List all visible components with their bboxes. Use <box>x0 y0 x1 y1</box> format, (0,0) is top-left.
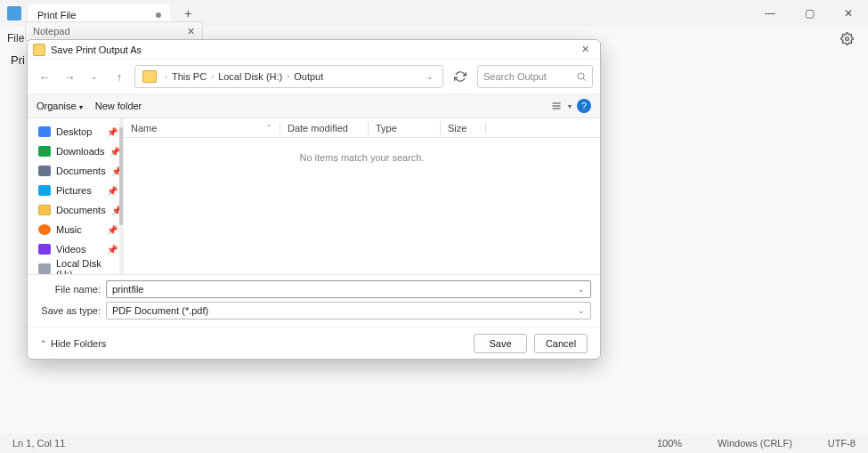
dialog-toolbar: Organise ▾ New folder ▾ ? <box>28 93 600 118</box>
hide-folders-toggle[interactable]: ⌃ Hide Folders <box>40 338 106 349</box>
sidebar-item[interactable]: Documents📌 <box>28 200 123 220</box>
savetype-select[interactable]: PDF Document (*.pdf) ⌄ <box>106 302 591 320</box>
chevron-right-icon: › <box>287 72 289 81</box>
svg-point-0 <box>846 36 849 40</box>
up-button[interactable]: ↑ <box>110 67 129 86</box>
sidebar-item-label: Local Disk (H:) <box>56 258 118 274</box>
sidebar-item-label: Desktop <box>56 126 92 137</box>
dialog-fields: File name: printfile ⌄ Save as type: PDF… <box>28 274 600 327</box>
secondary-header-title: Notepad <box>33 26 70 36</box>
pin-icon[interactable]: 📌 <box>107 186 118 196</box>
chevron-right-icon: › <box>211 72 214 81</box>
sidebar-item-label: Videos <box>56 244 85 255</box>
sidebar-item-icon <box>38 244 51 255</box>
sidebar-item[interactable]: Desktop📌 <box>28 122 123 142</box>
crumb-disk[interactable]: Local Disk (H:) <box>218 71 282 82</box>
chevron-up-icon: ⌃ <box>40 339 47 348</box>
col-type[interactable]: Type <box>369 123 440 133</box>
line-ending[interactable]: Windows (CRLF) <box>718 438 792 449</box>
secondary-close-icon[interactable]: ✕ <box>187 26 195 37</box>
refresh-button[interactable] <box>449 65 472 88</box>
notepad-icon <box>7 6 21 20</box>
chevron-down-icon[interactable]: ⌄ <box>578 306 585 315</box>
sidebar-item-icon <box>38 146 51 157</box>
forward-button[interactable]: → <box>60 67 79 86</box>
col-date[interactable]: Date modified <box>280 123 368 133</box>
pin-icon[interactable]: 📌 <box>107 245 118 255</box>
sidebar-item-icon <box>38 126 51 137</box>
sidebar-scroll-thumb[interactable] <box>119 127 123 225</box>
chevron-right-icon: › <box>165 72 167 81</box>
cursor-position: Ln 1, Col 11 <box>12 438 65 449</box>
breadcrumb[interactable]: › This PC › Local Disk (H:) › Output ⌄ <box>134 65 443 88</box>
crumb-folder[interactable]: Output <box>294 71 323 82</box>
pin-icon[interactable]: 📌 <box>107 127 118 137</box>
sidebar-item-icon <box>38 166 51 176</box>
settings-gear-icon[interactable] <box>840 32 854 45</box>
col-name[interactable]: Name⌃ <box>124 123 280 133</box>
dialog-title: Save Print Output As <box>51 44 142 55</box>
view-dropdown-icon[interactable]: ▾ <box>568 102 572 110</box>
filename-label: File name: <box>37 284 106 295</box>
breadcrumb-folder-icon <box>142 70 157 83</box>
window-controls: — ▢ ✕ <box>750 0 868 27</box>
recent-dropdown-icon[interactable]: ⌄ <box>85 67 104 86</box>
folder-icon <box>33 44 45 56</box>
search-icon <box>576 71 587 82</box>
col-size[interactable]: Size <box>441 123 485 133</box>
sidebar-item[interactable]: Videos📌 <box>28 239 123 259</box>
search-placeholder: Search Output <box>483 71 547 82</box>
sidebar-item-icon <box>38 185 51 196</box>
sidebar-item-icon <box>38 205 51 215</box>
save-dialog: Save Print Output As ✕ ← → ⌄ ↑ › This PC… <box>27 39 601 360</box>
dialog-close-button[interactable]: ✕ <box>576 44 595 55</box>
maximize-button[interactable]: ▢ <box>790 0 829 27</box>
chevron-down-icon[interactable]: ⌄ <box>578 285 585 294</box>
sidebar-item[interactable]: Local Disk (H:) <box>28 259 123 274</box>
secondary-window-header: Notepad ✕ <box>25 21 203 41</box>
sidebar-item-label: Documents <box>56 205 106 215</box>
save-button[interactable]: Save <box>474 334 527 353</box>
dialog-titlebar: Save Print Output As ✕ <box>28 40 600 60</box>
search-input[interactable]: Search Output <box>477 65 593 88</box>
back-button[interactable]: ← <box>35 67 54 86</box>
dialog-nav: ← → ⌄ ↑ › This PC › Local Disk (H:) › Ou… <box>28 60 600 93</box>
sidebar-item[interactable]: Music📌 <box>28 220 123 239</box>
minimize-button[interactable]: — <box>750 0 790 27</box>
tab-title: Print File <box>37 10 76 20</box>
sidebar-item-label: Music <box>56 224 82 235</box>
filename-input[interactable]: printfile ⌄ <box>106 280 591 298</box>
sidebar-item-icon <box>38 263 51 274</box>
close-window-button[interactable]: ✕ <box>829 0 868 27</box>
sidebar-item-label: Pictures <box>56 185 92 196</box>
statusbar: Ln 1, Col 11 100% Windows (CRLF) UTF-8 <box>0 433 868 453</box>
sidebar: Desktop📌Downloads📌Documents📌Pictures📌Doc… <box>28 118 124 274</box>
file-menu[interactable]: File <box>7 32 24 44</box>
empty-message: No items match your search. <box>124 152 600 163</box>
sidebar-item-label: Downloads <box>56 146 104 157</box>
sidebar-item[interactable]: Downloads📌 <box>28 142 123 161</box>
sort-caret-icon: ⌃ <box>266 124 272 132</box>
svg-point-1 <box>578 73 584 79</box>
new-folder-button[interactable]: New folder <box>95 101 142 111</box>
column-headers: Name⌃ Date modified Type Size <box>124 118 600 138</box>
crumb-this-pc[interactable]: This PC <box>172 71 207 82</box>
encoding[interactable]: UTF-8 <box>828 438 856 449</box>
sidebar-item[interactable]: Pictures📌 <box>28 181 123 200</box>
file-list: Name⌃ Date modified Type Size No items m… <box>124 118 600 274</box>
savetype-label: Save as type: <box>37 305 106 316</box>
organise-menu[interactable]: Organise ▾ <box>37 101 83 111</box>
sidebar-item[interactable]: Documents📌 <box>28 161 123 181</box>
pin-icon[interactable]: 📌 <box>107 225 118 235</box>
sidebar-item-icon <box>38 224 51 235</box>
sidebar-item-label: Documents <box>56 166 106 176</box>
help-button[interactable]: ? <box>577 99 591 113</box>
modified-indicator-icon <box>156 12 161 18</box>
zoom-level[interactable]: 100% <box>657 438 682 449</box>
dialog-footer: ⌃ Hide Folders Save Cancel <box>28 327 600 359</box>
view-menu[interactable] <box>550 101 563 111</box>
chevron-down-icon[interactable]: ⌄ <box>421 72 439 81</box>
cancel-button[interactable]: Cancel <box>534 334 588 353</box>
